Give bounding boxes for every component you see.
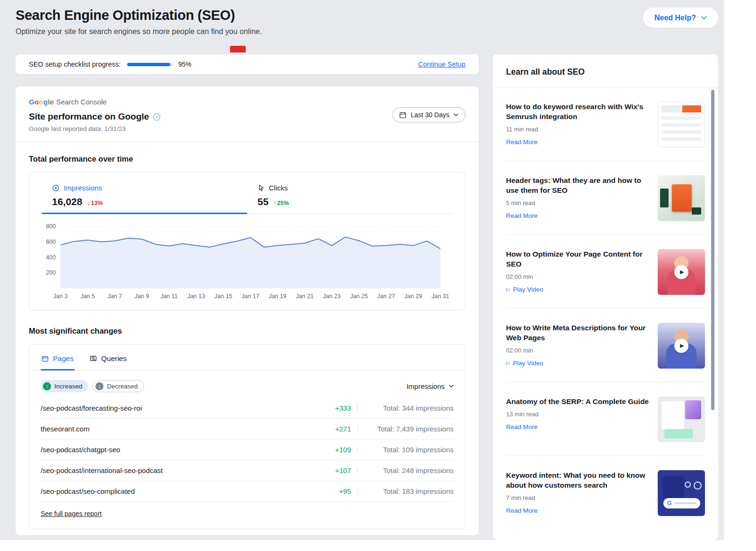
article-title: Header tags: What they are and how to us… — [506, 175, 650, 195]
changes-filters: ↑ Increased ↓ Decreased Impressions — [29, 370, 465, 398]
date-range-selector[interactable]: Last 30 Days — [392, 107, 465, 122]
article-thumbnail[interactable] — [658, 102, 705, 147]
row-total-impressions: Total: 344 impressions — [364, 404, 454, 412]
article-title: Anatomy of the SERP: A Complete Guide — [506, 396, 650, 406]
page-path: /seo-podcast/seo-complicated — [41, 487, 326, 495]
article-title: How to do keyword research with Wix's Se… — [506, 102, 650, 121]
progress-percent: 95% — [178, 60, 191, 68]
google-g-letter: G — [667, 500, 671, 507]
decrease-icon: ↓ — [95, 382, 103, 390]
article-action-label: Read More — [506, 507, 538, 514]
chevron-down-icon — [454, 113, 458, 116]
sort-label: Impressions — [406, 382, 445, 390]
article-thumbnail[interactable]: ▶ — [658, 323, 705, 369]
article-title: Keyword intent: What you need to know ab… — [506, 470, 650, 490]
y-axis-label: 200 — [46, 269, 56, 276]
article-action-link[interactable]: Read More — [506, 423, 538, 430]
red-marker-artifact — [230, 46, 246, 52]
x-axis-label: Jan 23 — [323, 293, 341, 300]
performance-header: Google Search Console Site performance o… — [16, 86, 479, 142]
x-axis-label: Jan 19 — [269, 293, 287, 300]
article-thumbnail[interactable] — [658, 396, 705, 442]
impressions-label: Impressions — [64, 184, 102, 192]
x-axis-label: Jan 13 — [187, 293, 205, 300]
table-row[interactable]: /seo-podcast/international-seo-podcast+1… — [41, 460, 454, 481]
increase-icon: ↑ — [43, 382, 51, 390]
filter-increased-label: Increased — [54, 383, 82, 390]
impressions-metric-tab[interactable]: Impressions 16,028 ↓13% — [42, 172, 247, 214]
y-axis-label: 400 — [46, 254, 56, 261]
table-row[interactable]: /seo-podcast/seo-complicated+95Total: 18… — [41, 481, 454, 502]
article-action-link[interactable]: ▷Play Video — [506, 360, 543, 367]
tab-pages-label: Pages — [53, 354, 74, 363]
page-path: /seo-podcast/international-seo-podcast — [41, 466, 326, 474]
sidebar-title: Learn all about SEO — [493, 54, 718, 87]
progress-bar — [127, 63, 172, 66]
article-meta: 11 min read — [506, 126, 650, 133]
article-thumbnail[interactable] — [658, 175, 705, 221]
article-thumbnail[interactable]: G — [658, 470, 705, 516]
tab-pages[interactable]: Pages — [41, 344, 75, 370]
clicks-metric-tab[interactable]: Clicks 55 ↑25% — [247, 172, 453, 214]
need-help-label: Need Help? — [654, 14, 696, 22]
performance-chart-card: Impressions 16,028 ↓13% Clicks — [29, 172, 465, 310]
sidebar-scrollbar[interactable] — [711, 90, 714, 410]
impressions-line-chart — [60, 226, 440, 288]
checklist-progress-label: SEO setup checklist progress: — [29, 60, 120, 68]
article-title: How to Optimize Your Page Content for SE… — [506, 249, 650, 269]
article-card: Anatomy of the SERP: A Complete Guide13 … — [506, 382, 705, 456]
up-arrow-icon: ↑ — [273, 200, 276, 207]
article-action-link[interactable]: Read More — [506, 212, 538, 219]
page-path: /seo-podcast/forecasting-seo-roi — [41, 404, 326, 412]
article-meta: 02:00 min — [506, 347, 650, 354]
filter-increased[interactable]: ↑ Increased — [41, 380, 88, 392]
article-action-link[interactable]: Read More — [506, 507, 538, 514]
chevron-down-icon — [449, 385, 454, 387]
google-logo-letter: e — [50, 98, 54, 106]
info-icon[interactable]: i — [153, 113, 160, 121]
play-icon: ▶ — [674, 265, 688, 279]
row-total-impressions: Total: 109 impressions — [364, 446, 454, 454]
google-logo: Google — [29, 98, 54, 106]
filter-decreased[interactable]: ↓ Decreased — [93, 380, 144, 392]
article-card: How to Write Meta Descriptions for Your … — [506, 309, 705, 382]
last-reported-text: Google last reported data: 1/31/23 — [29, 125, 465, 132]
impressions-icon — [52, 184, 60, 192]
clicks-delta: ↑25% — [273, 200, 289, 207]
clicks-value: 55 — [258, 196, 268, 207]
article-card: How to do keyword research with Wix's Se… — [506, 87, 705, 161]
article-action-link[interactable]: Read More — [506, 138, 538, 146]
article-action-link[interactable]: ▷Play Video — [506, 286, 543, 293]
x-axis-label: Jan 27 — [377, 293, 395, 300]
tab-queries[interactable]: Queries — [89, 344, 128, 370]
row-divider — [357, 446, 358, 453]
chevron-down-icon — [701, 16, 707, 19]
x-axis-label: Jan 17 — [241, 293, 259, 300]
progress-fill — [127, 63, 170, 66]
page-header: Search Engine Optimization (SEO) Optimiz… — [16, 8, 718, 36]
article-meta: 7 min read — [506, 494, 650, 501]
change-delta: +95 — [326, 487, 351, 495]
table-row[interactable]: theseorant.com+271Total: 7,439 impressio… — [41, 419, 454, 439]
x-axis-label: Jan 9 — [135, 293, 149, 300]
article-meta: 13 min read — [506, 411, 650, 418]
site-performance-card: Google Search Console Site performance o… — [16, 86, 479, 535]
calendar-icon — [399, 112, 406, 119]
setup-checklist-banner: SEO setup checklist progress: 95% Contin… — [16, 54, 479, 74]
row-divider — [357, 488, 358, 495]
article-meta: 02:00 min — [506, 273, 650, 280]
google-logo-letter: o — [34, 98, 39, 106]
table-row[interactable]: /seo-podcast/chatgpt-seo+109Total: 109 i… — [41, 439, 454, 460]
x-axis-label: Jan 15 — [215, 293, 232, 300]
row-divider — [357, 405, 358, 412]
x-axis-label: Jan 21 — [296, 293, 314, 300]
play-icon: ▶ — [674, 339, 688, 353]
table-row[interactable]: /seo-podcast/forecasting-seo-roi+333Tota… — [41, 398, 454, 419]
continue-setup-link[interactable]: Continue Setup — [418, 60, 465, 68]
need-help-button[interactable]: Need Help? — [643, 8, 718, 28]
sort-dropdown[interactable]: Impressions — [406, 382, 454, 390]
x-axis-label: Jan 3 — [53, 293, 68, 300]
article-thumbnail[interactable]: ▶ — [658, 249, 705, 295]
chart-plot — [60, 226, 440, 288]
full-report-link[interactable]: See full pages report — [41, 510, 102, 517]
